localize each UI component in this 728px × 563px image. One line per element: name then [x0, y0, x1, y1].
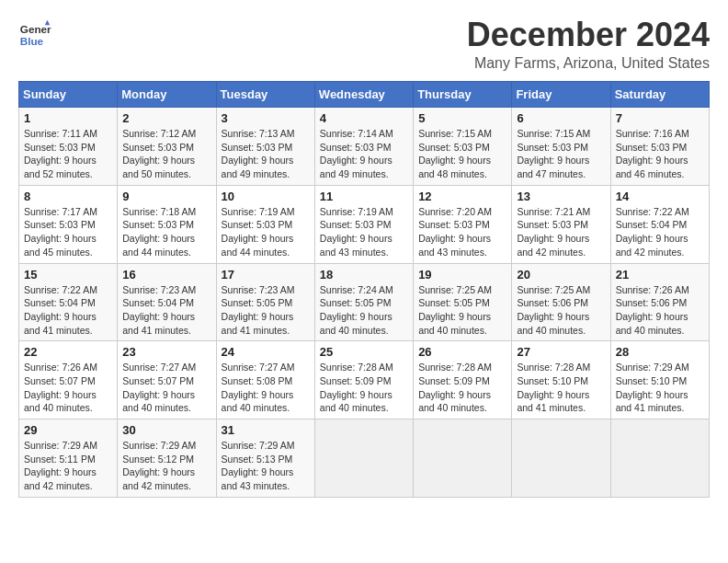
- column-header-saturday: Saturday: [610, 82, 709, 108]
- day-cell: 3Sunrise: 7:13 AM Sunset: 5:03 PM Daylig…: [216, 108, 314, 186]
- day-number: 21: [616, 268, 704, 282]
- day-number: 1: [24, 111, 112, 125]
- day-number: 15: [24, 268, 112, 282]
- day-number: 24: [222, 345, 310, 359]
- day-number: 27: [517, 345, 605, 359]
- day-info: Sunrise: 7:16 AM Sunset: 5:03 PM Dayligh…: [616, 127, 704, 181]
- column-header-thursday: Thursday: [414, 82, 512, 108]
- day-cell: 13Sunrise: 7:21 AM Sunset: 5:03 PM Dayli…: [512, 185, 610, 263]
- day-number: 25: [320, 345, 408, 359]
- day-info: Sunrise: 7:22 AM Sunset: 5:04 PM Dayligh…: [616, 205, 704, 259]
- day-number: 19: [418, 268, 506, 282]
- day-cell: 23Sunrise: 7:27 AM Sunset: 5:07 PM Dayli…: [118, 341, 216, 419]
- calendar-header-row: SundayMondayTuesdayWednesdayThursdayFrid…: [19, 82, 710, 108]
- day-number: 4: [320, 111, 408, 125]
- day-number: 29: [24, 423, 112, 437]
- column-header-friday: Friday: [512, 82, 610, 108]
- day-cell: 1Sunrise: 7:11 AM Sunset: 5:03 PM Daylig…: [19, 108, 118, 186]
- day-info: Sunrise: 7:26 AM Sunset: 5:06 PM Dayligh…: [616, 283, 704, 338]
- day-cell: 19Sunrise: 7:25 AM Sunset: 5:05 PM Dayli…: [414, 263, 512, 341]
- day-info: Sunrise: 7:29 AM Sunset: 5:11 PM Dayligh…: [24, 439, 112, 493]
- day-number: 11: [320, 190, 408, 203]
- day-cell: 20Sunrise: 7:25 AM Sunset: 5:06 PM Dayli…: [512, 263, 610, 341]
- day-info: Sunrise: 7:23 AM Sunset: 5:04 PM Dayligh…: [122, 283, 210, 338]
- day-info: Sunrise: 7:14 AM Sunset: 5:03 PM Dayligh…: [320, 127, 408, 181]
- day-info: Sunrise: 7:20 AM Sunset: 5:03 PM Dayligh…: [418, 205, 506, 259]
- day-number: 12: [418, 190, 506, 203]
- day-info: Sunrise: 7:18 AM Sunset: 5:03 PM Dayligh…: [122, 205, 210, 259]
- day-number: 5: [418, 111, 506, 125]
- day-number: 22: [24, 345, 112, 359]
- day-info: Sunrise: 7:28 AM Sunset: 5:10 PM Dayligh…: [517, 361, 605, 415]
- day-cell: 30Sunrise: 7:29 AM Sunset: 5:12 PM Dayli…: [118, 419, 216, 498]
- day-cell: 29Sunrise: 7:29 AM Sunset: 5:11 PM Dayli…: [19, 419, 118, 498]
- day-number: 10: [222, 190, 310, 203]
- week-row-1: 1Sunrise: 7:11 AM Sunset: 5:03 PM Daylig…: [19, 108, 710, 186]
- day-cell: 22Sunrise: 7:26 AM Sunset: 5:07 PM Dayli…: [19, 341, 118, 419]
- logo: General Blue: [18, 18, 51, 52]
- day-info: Sunrise: 7:25 AM Sunset: 5:05 PM Dayligh…: [418, 283, 506, 338]
- day-info: Sunrise: 7:13 AM Sunset: 5:03 PM Dayligh…: [222, 127, 310, 181]
- column-header-wednesday: Wednesday: [314, 82, 413, 108]
- day-number: 18: [320, 268, 408, 282]
- day-cell: 11Sunrise: 7:19 AM Sunset: 5:03 PM Dayli…: [314, 185, 413, 263]
- day-number: 9: [122, 190, 210, 203]
- day-number: 31: [222, 423, 310, 437]
- day-number: 17: [222, 268, 310, 282]
- day-info: Sunrise: 7:27 AM Sunset: 5:07 PM Dayligh…: [122, 361, 210, 415]
- column-header-tuesday: Tuesday: [216, 82, 314, 108]
- location-title: Many Farms, Arizona, United States: [467, 55, 710, 72]
- day-cell: 6Sunrise: 7:15 AM Sunset: 5:03 PM Daylig…: [512, 108, 610, 186]
- day-cell: 8Sunrise: 7:17 AM Sunset: 5:03 PM Daylig…: [19, 185, 118, 263]
- week-row-4: 22Sunrise: 7:26 AM Sunset: 5:07 PM Dayli…: [19, 341, 710, 419]
- day-cell: [414, 419, 512, 498]
- day-info: Sunrise: 7:12 AM Sunset: 5:03 PM Dayligh…: [122, 127, 210, 181]
- day-info: Sunrise: 7:29 AM Sunset: 5:10 PM Dayligh…: [616, 361, 704, 415]
- calendar-body: 1Sunrise: 7:11 AM Sunset: 5:03 PM Daylig…: [19, 108, 710, 498]
- day-number: 13: [517, 190, 605, 203]
- day-cell: 14Sunrise: 7:22 AM Sunset: 5:04 PM Dayli…: [610, 185, 709, 263]
- day-info: Sunrise: 7:29 AM Sunset: 5:13 PM Dayligh…: [222, 439, 310, 493]
- day-info: Sunrise: 7:22 AM Sunset: 5:04 PM Dayligh…: [24, 283, 112, 338]
- calendar-table: SundayMondayTuesdayWednesdayThursdayFrid…: [18, 81, 710, 498]
- column-header-monday: Monday: [118, 82, 216, 108]
- day-number: 16: [122, 268, 210, 282]
- page-header: General Blue December 2024 Many Farms, A…: [18, 18, 710, 72]
- day-info: Sunrise: 7:28 AM Sunset: 5:09 PM Dayligh…: [418, 361, 506, 415]
- week-row-2: 8Sunrise: 7:17 AM Sunset: 5:03 PM Daylig…: [19, 185, 710, 263]
- day-number: 14: [616, 190, 704, 203]
- day-info: Sunrise: 7:19 AM Sunset: 5:03 PM Dayligh…: [222, 205, 310, 259]
- day-number: 26: [418, 345, 506, 359]
- day-cell: 25Sunrise: 7:28 AM Sunset: 5:09 PM Dayli…: [314, 341, 413, 419]
- column-header-sunday: Sunday: [19, 82, 118, 108]
- day-cell: [512, 419, 610, 498]
- day-cell: 5Sunrise: 7:15 AM Sunset: 5:03 PM Daylig…: [414, 108, 512, 186]
- svg-text:Blue: Blue: [20, 35, 44, 47]
- day-number: 8: [24, 190, 112, 203]
- day-cell: 28Sunrise: 7:29 AM Sunset: 5:10 PM Dayli…: [610, 341, 709, 419]
- day-info: Sunrise: 7:19 AM Sunset: 5:03 PM Dayligh…: [320, 205, 408, 259]
- day-number: 20: [517, 268, 605, 282]
- title-section: December 2024 Many Farms, Arizona, Unite…: [467, 18, 710, 72]
- day-cell: 4Sunrise: 7:14 AM Sunset: 5:03 PM Daylig…: [314, 108, 413, 186]
- day-info: Sunrise: 7:25 AM Sunset: 5:06 PM Dayligh…: [517, 283, 605, 338]
- day-cell: 10Sunrise: 7:19 AM Sunset: 5:03 PM Dayli…: [216, 185, 314, 263]
- day-number: 28: [616, 345, 704, 359]
- day-number: 2: [122, 111, 210, 125]
- day-cell: 17Sunrise: 7:23 AM Sunset: 5:05 PM Dayli…: [216, 263, 314, 341]
- day-cell: 18Sunrise: 7:24 AM Sunset: 5:05 PM Dayli…: [314, 263, 413, 341]
- day-cell: [314, 419, 413, 498]
- week-row-5: 29Sunrise: 7:29 AM Sunset: 5:11 PM Dayli…: [19, 419, 710, 498]
- day-cell: 24Sunrise: 7:27 AM Sunset: 5:08 PM Dayli…: [216, 341, 314, 419]
- day-info: Sunrise: 7:26 AM Sunset: 5:07 PM Dayligh…: [24, 361, 112, 415]
- day-info: Sunrise: 7:24 AM Sunset: 5:05 PM Dayligh…: [320, 283, 408, 338]
- day-number: 3: [222, 111, 310, 125]
- day-info: Sunrise: 7:28 AM Sunset: 5:09 PM Dayligh…: [320, 361, 408, 415]
- day-cell: [610, 419, 709, 498]
- month-title: December 2024: [467, 18, 710, 52]
- day-cell: 26Sunrise: 7:28 AM Sunset: 5:09 PM Dayli…: [414, 341, 512, 419]
- day-number: 7: [616, 111, 704, 125]
- day-cell: 16Sunrise: 7:23 AM Sunset: 5:04 PM Dayli…: [118, 263, 216, 341]
- week-row-3: 15Sunrise: 7:22 AM Sunset: 5:04 PM Dayli…: [19, 263, 710, 341]
- day-info: Sunrise: 7:15 AM Sunset: 5:03 PM Dayligh…: [517, 127, 605, 181]
